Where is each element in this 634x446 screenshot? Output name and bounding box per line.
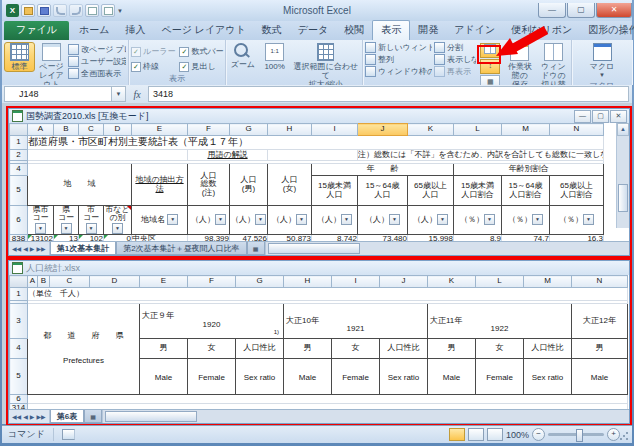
cell[interactable] (28, 403, 628, 409)
new-window-button[interactable]: 新しいウィンドウを開く (365, 42, 432, 53)
header-male-ja[interactable]: 男 (284, 338, 332, 358)
tab-insert[interactable]: 挿入 (117, 21, 153, 40)
normal-view-button[interactable]: 標準 (4, 42, 35, 72)
tab-view[interactable]: 表示 (372, 20, 410, 40)
header-male-ja[interactable]: 男 (140, 338, 188, 358)
header-age-group[interactable]: 年 齢 (312, 164, 454, 176)
filter-header-area-name[interactable]: 地域名 ▼ (132, 206, 188, 235)
era-header-1920[interactable]: 大正９年 1920 1) (140, 304, 284, 339)
hide-window-button[interactable]: 表示しない (434, 54, 476, 65)
column-header-m[interactable]: M (502, 124, 550, 136)
zoom-level[interactable]: 100% (506, 430, 529, 440)
column-header-j[interactable]: J (380, 276, 428, 288)
column-header-e[interactable]: E (140, 276, 188, 288)
column-header-a[interactable]: A (28, 276, 38, 288)
column-header-h[interactable]: H (284, 276, 332, 288)
column-header-j-selected[interactable]: J (358, 124, 408, 136)
zoom-100-button[interactable]: 1:1 100% (261, 42, 289, 72)
filter-header-unit[interactable]: （人）▼ (408, 206, 454, 235)
filter-dropdown-icon[interactable]: ▼ (86, 223, 97, 234)
filter-header-pref-city-code[interactable]: 県市 コー▼ (28, 206, 54, 235)
scroll-up-icon[interactable]: ▲ (617, 123, 629, 136)
column-header-g[interactable]: G (236, 276, 284, 288)
column-header-c[interactable]: C (79, 124, 104, 136)
scrollbar-thumb[interactable] (268, 243, 360, 254)
gridlines-checkbox[interactable]: ✓枠線 (131, 61, 175, 72)
column-header-b[interactable]: B (54, 124, 79, 136)
header-15to64-ratio[interactable]: 15～64歳 人口割合 (502, 176, 550, 206)
page-layout-view-button[interactable]: ページ レイアウト (35, 42, 68, 90)
filter-header-pref-code[interactable]: 県 コー▼ (54, 206, 79, 235)
column-header-g[interactable]: G (230, 124, 268, 136)
column-header-f[interactable]: F (188, 276, 236, 288)
header-male-ja[interactable]: 男 (572, 338, 628, 358)
cell[interactable]: 中央区 (132, 234, 188, 241)
column-header-d[interactable]: D (90, 276, 140, 288)
name-box-dropdown-icon[interactable]: ▼ (112, 86, 126, 102)
zoom-out-button[interactable]: − (532, 428, 545, 441)
filter-header-city-type[interactable]: 市など の別▼ (104, 206, 132, 235)
formula-input[interactable]: 3418 (148, 86, 629, 102)
row-header[interactable]: 6 (10, 206, 28, 235)
cell[interactable]: 0 (104, 234, 132, 241)
cell[interactable]: 13 (54, 234, 79, 241)
filter-dropdown-icon[interactable]: ▼ (389, 214, 400, 225)
zoom-slider[interactable] (548, 433, 604, 436)
custom-views-button[interactable]: ユーザー設定のビュー (68, 56, 126, 67)
cell[interactable]: 8.9 (454, 234, 502, 241)
row-header[interactable]: 3 (10, 304, 28, 339)
header-over65-ratio[interactable]: 65歳以上 人口割合 (550, 176, 604, 206)
header-ratio-en[interactable]: Sex ratio (236, 358, 284, 394)
header-ratio-ja[interactable]: 人口性比 (236, 338, 284, 358)
header-female-en[interactable]: Female (188, 358, 236, 394)
header-population-total[interactable]: 人口 総数 (注) (188, 164, 230, 206)
column-header-k[interactable]: K (428, 276, 476, 288)
header-ratio-en[interactable]: Sex ratio (524, 358, 572, 394)
column-header-b[interactable]: B (38, 276, 50, 288)
scrollbar-thumb[interactable] (105, 411, 197, 422)
filter-header-unit[interactable]: （人）▼ (358, 206, 408, 235)
page-break-view-icon[interactable] (487, 428, 503, 441)
child-close-button[interactable]: ✕ (610, 110, 627, 123)
column-header-c[interactable]: C (50, 276, 90, 288)
filter-dropdown-icon[interactable]: ▼ (532, 214, 543, 225)
column-header-f[interactable]: F (188, 124, 230, 136)
row-header[interactable]: 2 (10, 150, 28, 161)
row-header[interactable]: 838 (10, 234, 28, 241)
filter-header-unit[interactable]: （％）▼ (454, 206, 502, 235)
filter-dropdown-icon[interactable]: ▼ (167, 214, 178, 225)
filter-header-city-code[interactable]: 市 コー▼ (79, 206, 104, 235)
column-header-k[interactable]: K (408, 124, 454, 136)
filter-header-unit[interactable]: （人）▼ (312, 206, 358, 235)
minimize-button[interactable]: — (538, 3, 566, 18)
population-window-title-bar[interactable]: 人口統計.xlsx (9, 261, 629, 275)
cell[interactable]: 16.3 (550, 234, 604, 241)
filter-dropdown-icon[interactable]: ▼ (583, 214, 594, 225)
unhide-window-button[interactable]: 再表示 (434, 66, 476, 77)
cell[interactable]: 102 (79, 234, 104, 241)
header-male-en[interactable]: Male (140, 358, 188, 394)
sheet-nav-buttons[interactable]: ◀◀◀▶▶▶ (9, 242, 50, 255)
zoom-to-selection-button[interactable]: 選択範囲に合わせて 拡大/縮小 (292, 42, 360, 90)
header-age-ratio-group[interactable]: 年齢別割合 (454, 164, 604, 176)
scrollbar-thumb[interactable] (618, 184, 628, 212)
column-header-l[interactable]: L (454, 124, 502, 136)
page-layout-view-icon[interactable] (468, 428, 484, 441)
census-window-title-bar[interactable]: 国勢調査2010.xls [互換モード] — ▢ ✕ (9, 109, 629, 123)
resize-grip[interactable] (619, 431, 629, 441)
row-header[interactable]: 6 (10, 394, 28, 403)
column-header-i[interactable]: I (332, 276, 380, 288)
era-header-1921[interactable]: 大正10年 1921 (284, 304, 428, 339)
filter-header-unit[interactable]: （人）▼ (268, 206, 312, 235)
header-15to64[interactable]: 15～64歳 人口 (358, 176, 408, 206)
row-header[interactable]: 4 (10, 338, 28, 358)
sheet-tab-table6[interactable]: 第6表 (50, 410, 84, 423)
cell[interactable]: 47,526 (230, 234, 268, 241)
filter-dropdown-icon[interactable]: ▼ (35, 223, 46, 234)
row-header[interactable]: 5 (10, 358, 28, 394)
cell[interactable] (268, 150, 358, 161)
cell[interactable] (28, 150, 188, 161)
vertical-scrollbar[interactable]: ▲ (616, 123, 629, 228)
era-header-1922[interactable]: 大正11年 1922 (428, 304, 572, 339)
sheet-nav-buttons[interactable]: ◀◀◀▶▶▶ (9, 410, 50, 423)
